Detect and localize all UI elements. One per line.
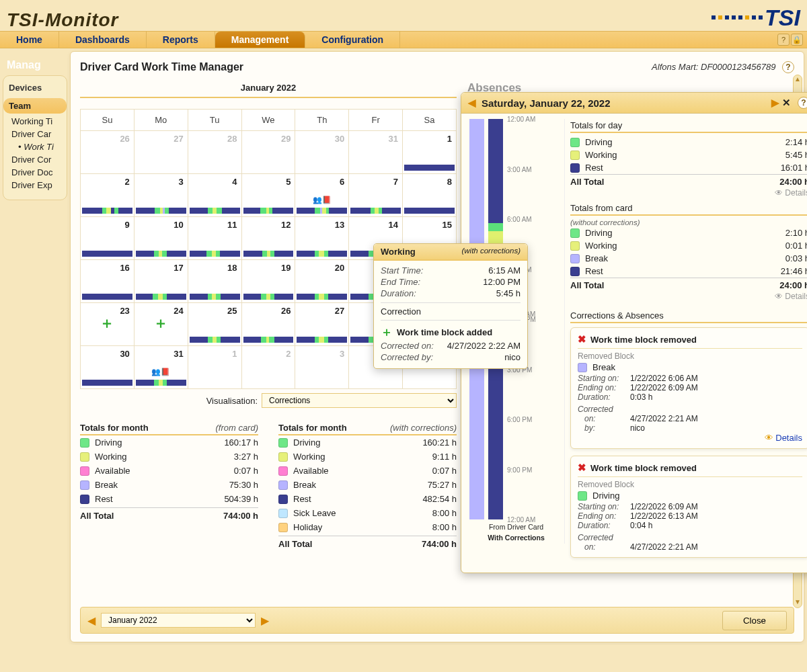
calendar-day[interactable]: 7 xyxy=(349,174,403,217)
day-activity-bar xyxy=(82,380,132,386)
timeline-tick: 6:00 PM xyxy=(507,416,532,423)
calendar-day[interactable]: 1 xyxy=(188,346,241,389)
calendar-day[interactable]: 3 xyxy=(295,346,349,389)
day-totals-name: Driving xyxy=(585,228,612,238)
swatch-icon xyxy=(570,241,580,251)
day-number: 7 xyxy=(393,177,398,187)
nav-dashboards[interactable]: Dashboards xyxy=(59,32,147,48)
calendar-day[interactable]: 24＋ xyxy=(134,303,188,346)
sidebar-item[interactable]: Driver Exp xyxy=(11,179,67,192)
calendar-day[interactable]: 30 xyxy=(295,131,349,174)
day-totals-name: Working xyxy=(585,241,617,251)
sidebar-item[interactable]: Working Ti xyxy=(11,115,67,128)
popup-close-icon[interactable]: ✕ xyxy=(779,97,794,109)
calendar-day[interactable]: 8 xyxy=(403,174,457,217)
calendar-day[interactable]: 27 xyxy=(134,131,188,174)
calendar-day[interactable]: 4 xyxy=(188,174,241,217)
kv-key: on: xyxy=(578,542,630,552)
sidebar-group-team[interactable]: Team xyxy=(3,98,67,114)
close-button[interactable]: Close xyxy=(722,611,787,630)
calendar-day[interactable]: 18 xyxy=(188,260,241,303)
day-number: 2 xyxy=(286,349,291,359)
details-link[interactable]: Details xyxy=(578,433,802,443)
calendar-day[interactable]: 23＋ xyxy=(81,303,134,346)
calendar-day[interactable]: 30 xyxy=(81,346,134,389)
calendar-day[interactable]: 2 xyxy=(241,346,295,389)
sidebar-item[interactable]: Driver Car xyxy=(11,128,67,140)
calendar-day[interactable]: 9 xyxy=(81,217,134,260)
calendar-dow: Mo xyxy=(134,110,188,131)
prev-day-button[interactable]: ◀ xyxy=(468,97,476,109)
tooltip-added: Work time block added xyxy=(397,327,492,337)
calendar-day[interactable]: 6👥📕 xyxy=(295,174,349,217)
scroll-up-icon[interactable]: ▲ xyxy=(794,75,802,85)
tooltip-corr-on-label: Corrected on: xyxy=(381,341,434,351)
day-number: 3 xyxy=(178,177,183,187)
calendar-day[interactable]: 20 xyxy=(295,260,349,303)
calendar-day[interactable]: 29 xyxy=(241,131,295,174)
tooltip-end-value: 12:00 PM xyxy=(483,277,521,287)
day-activity-bar xyxy=(297,337,347,343)
calendar-day[interactable]: 2 xyxy=(81,174,134,217)
details-link[interactable]: Details xyxy=(570,290,807,305)
day-totals-value: 16:01 h xyxy=(781,163,807,173)
help-icon[interactable]: ? xyxy=(777,34,790,46)
calendar-day[interactable]: 12 xyxy=(241,217,295,260)
sidebar-item[interactable]: Driver Doc xyxy=(11,166,67,179)
calendar-day[interactable]: 5 xyxy=(241,174,295,217)
calendar-day[interactable]: 16 xyxy=(81,260,134,303)
prev-month-button[interactable]: ◀ xyxy=(87,614,95,627)
calendar-day[interactable]: 25 xyxy=(188,303,241,346)
nav-configuration[interactable]: Configuration xyxy=(305,32,400,48)
swatch-icon xyxy=(80,466,89,476)
corrections-head: Corrections & Absences xyxy=(570,310,807,323)
totals-value: 75:30 h xyxy=(229,480,258,490)
next-day-button[interactable]: ▶ xyxy=(771,97,779,109)
calendar-day[interactable]: 17 xyxy=(134,260,188,303)
scroll-down-icon[interactable]: ▼ xyxy=(794,598,802,607)
nav-management[interactable]: Management xyxy=(215,32,306,48)
day-number: 18 xyxy=(227,263,237,273)
calendar-day[interactable]: 26 xyxy=(241,303,295,346)
totals-name: Available xyxy=(293,466,432,476)
sidebar-group-devices[interactable]: Devices xyxy=(3,80,67,95)
sidebar-item[interactable]: Driver Cor xyxy=(11,153,67,166)
day-activity-bar xyxy=(297,208,347,214)
calendar-day[interactable]: 3 xyxy=(134,174,188,217)
calendar-day[interactable]: 1 xyxy=(403,131,457,174)
totals-value: 0:07 h xyxy=(234,466,258,476)
calendar-day[interactable]: 26 xyxy=(81,131,134,174)
nav-reports[interactable]: Reports xyxy=(147,32,215,48)
help-icon[interactable]: ? xyxy=(782,61,794,73)
totals-sum-value: 744:00 h xyxy=(422,539,457,549)
calendar-day[interactable]: 28 xyxy=(188,131,241,174)
day-activity-bar xyxy=(243,208,294,214)
totals-name: Working xyxy=(293,452,432,462)
day-number: 30 xyxy=(120,349,129,359)
lock-icon[interactable]: 🔒 xyxy=(791,34,803,46)
month-title: January 2022 xyxy=(80,79,457,98)
visualisation-select[interactable]: Corrections xyxy=(262,393,457,408)
next-month-button[interactable]: ▶ xyxy=(261,614,269,627)
details-link[interactable]: Details xyxy=(570,187,807,202)
calendar-day[interactable]: 19 xyxy=(241,260,295,303)
totals-name: Sick Leave xyxy=(293,508,432,518)
day-activity-bar xyxy=(82,294,132,300)
calendar-day[interactable]: 27 xyxy=(295,303,349,346)
tooltip-start-value: 6:15 AM xyxy=(488,265,521,276)
month-select[interactable]: January 2022 xyxy=(101,613,256,628)
calendar-day[interactable]: 31 xyxy=(349,131,403,174)
timeline-tick: 12:00 AM xyxy=(507,116,535,123)
totals-name: Rest xyxy=(95,494,224,504)
help-icon[interactable]: ? xyxy=(798,97,807,109)
correction-title: Work time block removed xyxy=(590,463,697,473)
calendar-day[interactable]: 31👥📕 xyxy=(134,346,188,389)
sidebar-subitem[interactable]: Work Ti xyxy=(11,140,67,153)
calendar-day[interactable]: 11 xyxy=(188,217,241,260)
correction-title: Work time block removed xyxy=(590,335,697,345)
calendar-day[interactable]: 13 xyxy=(295,217,349,260)
day-totals-name: Rest xyxy=(585,266,603,276)
calendar-day[interactable]: 10 xyxy=(134,217,188,260)
totals-value: 75:27 h xyxy=(428,480,457,490)
nav-home[interactable]: Home xyxy=(0,32,59,48)
